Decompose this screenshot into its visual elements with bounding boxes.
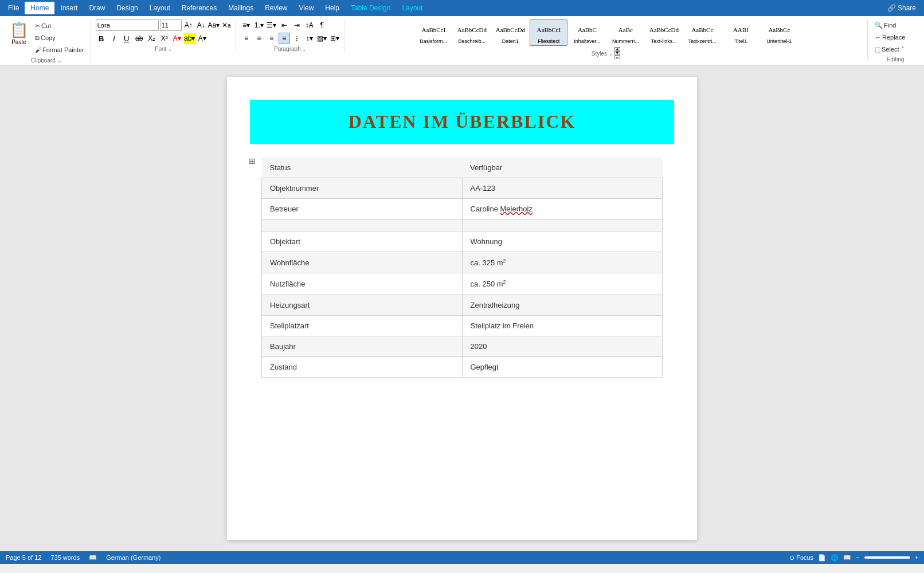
table-row: StellplatzartStellplatz im Freien xyxy=(262,315,663,336)
sort-button[interactable]: ↕A xyxy=(304,19,315,31)
style-item-Beschreib---[interactable]: AaBbCcDdBeschreib... xyxy=(453,19,491,46)
table-label: Heizungsart xyxy=(262,295,463,315)
paste-button[interactable]: 📋 Paste xyxy=(6,19,32,56)
font-name-input[interactable] xyxy=(96,19,159,31)
table-label: Baujahr xyxy=(262,336,463,356)
banner-title: DATEN IM ÜBERBLICK xyxy=(261,111,663,132)
clear-format-button[interactable]: ✕a xyxy=(221,19,232,31)
table-value: ca. 325 m2 xyxy=(462,252,663,273)
align-right-button[interactable]: ≡ xyxy=(266,33,277,44)
share-button[interactable]: 🔗 Share xyxy=(882,2,922,14)
style-item-Daten1[interactable]: AaBbCcDdDaten1 xyxy=(491,19,529,46)
style-item-Text-links---[interactable]: AaBbCcDdText-links... xyxy=(645,19,683,46)
menu-draw[interactable]: Draw xyxy=(83,2,111,14)
table-value: Verfügbar xyxy=(462,158,663,178)
table-handle[interactable]: ⊞ xyxy=(249,156,256,166)
menu-insert[interactable]: Insert xyxy=(54,2,83,14)
clipboard-label: Clipboard ⌄ xyxy=(6,57,87,64)
table-label xyxy=(262,219,463,231)
menu-layout[interactable]: Layout xyxy=(144,2,176,14)
format-painter-icon: 🖌 xyxy=(35,46,41,53)
editing-label: Editing xyxy=(872,56,918,62)
underline-button[interactable]: U xyxy=(121,33,132,44)
bullets-button[interactable]: ≡▾ xyxy=(241,19,252,31)
menu-references[interactable]: References xyxy=(176,2,222,14)
increase-indent-button[interactable]: ⇥ xyxy=(291,19,303,31)
zoom-in-icon[interactable]: + xyxy=(915,554,918,561)
table-row: ObjektnummerAA-123 xyxy=(262,178,663,199)
menu-table-design[interactable]: Table Design xyxy=(345,2,396,14)
view-print-icon[interactable]: 📄 xyxy=(818,554,826,562)
change-case-button[interactable]: Aa▾ xyxy=(208,19,220,31)
justify-button[interactable]: ≡ xyxy=(279,33,290,44)
align-left-button[interactable]: ≡ xyxy=(241,33,252,44)
grow-font-button[interactable]: A↑ xyxy=(183,19,194,31)
table-label: Betreuer xyxy=(262,199,463,219)
replace-icon: ↔ xyxy=(875,34,881,41)
show-marks-button[interactable]: ¶ xyxy=(316,19,328,31)
menu-home[interactable]: Home xyxy=(25,2,54,14)
menu-design[interactable]: Design xyxy=(111,2,143,14)
find-button[interactable]: 🔍 Find xyxy=(872,19,898,31)
subscript-button[interactable]: X₂ xyxy=(146,33,158,44)
style-item-Nummerri---[interactable]: AaBcNummerri... xyxy=(606,19,644,46)
text-effect-button[interactable]: A▾ xyxy=(197,33,208,44)
proofing-icon: 📖 xyxy=(89,554,97,562)
cut-button[interactable]: ✂ Cut xyxy=(33,20,87,32)
styles-label: Styles ⌄ xyxy=(592,50,613,57)
search-icon: 🔍 xyxy=(875,22,883,29)
select-button[interactable]: ⬚ Select ˅ xyxy=(872,44,907,55)
menu-review[interactable]: Review xyxy=(259,2,293,14)
zoom-out-icon[interactable]: − xyxy=(856,554,859,561)
copy-button[interactable]: ⧉ Copy xyxy=(33,32,87,44)
font-size-input[interactable] xyxy=(160,19,182,31)
style-item-Untertitel-1[interactable]: AaBbCcUntertitel-1 xyxy=(760,19,798,46)
columns-button[interactable]: ⫶ xyxy=(291,33,303,44)
style-item-Titel1[interactable]: AABITitel1 xyxy=(722,19,759,46)
shading-button[interactable]: ▨▾ xyxy=(316,33,328,44)
font-color-button[interactable]: A▾ xyxy=(171,33,183,44)
table-value: Wohnung xyxy=(462,231,663,252)
paste-icon: 📋 xyxy=(10,21,28,39)
table-row: BetreuerCaroline Meierholz xyxy=(262,199,663,219)
language: German (Germany) xyxy=(106,554,160,561)
editing-group: 🔍 Find ↔ Replace ⬚ Select ˅ Editing xyxy=(869,19,922,62)
font-label: Font ⌄ xyxy=(96,46,232,52)
numbering-button[interactable]: 1.▾ xyxy=(253,19,265,31)
table-value: Caroline Meierholz xyxy=(462,199,663,219)
superscript-button[interactable]: X² xyxy=(159,33,170,44)
view-web-icon[interactable]: 🌐 xyxy=(831,554,839,562)
select-icon: ⬚ xyxy=(875,46,880,53)
align-center-button[interactable]: ≡ xyxy=(253,33,265,44)
highlight-button[interactable]: ab▾ xyxy=(184,33,195,44)
style-item-Text-zentri---[interactable]: AaBbCcText-zentri... xyxy=(683,19,721,46)
replace-button[interactable]: ↔ Replace xyxy=(872,32,907,43)
view-read-icon[interactable]: 📖 xyxy=(843,554,851,562)
menu-bar: File Home Insert Draw Design Layout Refe… xyxy=(0,0,924,16)
borders-button[interactable]: ⊞▾ xyxy=(329,33,340,44)
menu-file[interactable]: File xyxy=(2,2,25,14)
style-item-Fliesstext[interactable]: AaBbCcIFliesstext xyxy=(530,19,567,46)
style-item-Basisform---[interactable]: AaBbCcIBasisform... xyxy=(414,19,452,46)
shrink-font-button[interactable]: A↓ xyxy=(195,19,207,31)
word-count: 735 words xyxy=(50,554,80,561)
table-row: Baujahr2020 xyxy=(262,336,663,356)
menu-mailings[interactable]: Mailings xyxy=(222,2,259,14)
italic-button[interactable]: I xyxy=(108,33,120,44)
styles-scroll[interactable]: ▲ ▼ ⌄ xyxy=(613,46,621,60)
menu-view[interactable]: View xyxy=(293,2,320,14)
format-painter-button[interactable]: 🖌 Format Painter xyxy=(33,44,87,56)
menu-help[interactable]: Help xyxy=(319,2,345,14)
table-value: Zentralheizung xyxy=(462,295,663,315)
style-item-Inhaltsver---[interactable]: AaBbCInhaltsver... xyxy=(568,19,606,46)
menu-layout2[interactable]: Layout xyxy=(396,2,428,14)
bold-button[interactable]: B xyxy=(96,33,107,44)
table-value: Stellplatz im Freien xyxy=(462,315,663,336)
decrease-indent-button[interactable]: ⇤ xyxy=(279,19,290,31)
strikethrough-button[interactable]: ab xyxy=(134,33,145,44)
zoom-slider[interactable] xyxy=(864,556,910,559)
focus-button[interactable]: ⊙ Focus xyxy=(789,554,813,562)
multilevel-button[interactable]: ☰▾ xyxy=(266,19,277,31)
line-spacing-button[interactable]: ↕▾ xyxy=(304,33,315,44)
document-banner: DATEN IM ÜBERBLICK xyxy=(250,100,674,144)
